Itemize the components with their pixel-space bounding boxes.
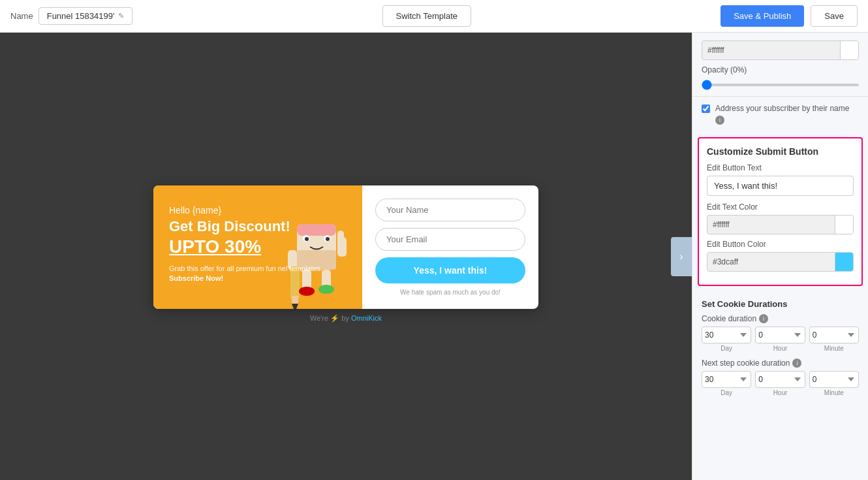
next-step-day-label: Day xyxy=(721,389,732,396)
button-color-hex-input[interactable] xyxy=(707,254,835,270)
next-step-day-wrap: 30 1 7 60 Day xyxy=(702,371,751,396)
cookie-hour-wrap: 0 1 6 12 Hour xyxy=(755,327,805,352)
cookie-day-wrap: 30 1 7 60 Day xyxy=(702,327,751,352)
cookie-minute-select[interactable]: 0 15 30 45 xyxy=(809,327,859,344)
customize-title: Customize Submit Button xyxy=(707,146,854,157)
popup-right: Yess, I want this! We hate spam as much … xyxy=(362,185,538,309)
next-step-day-select[interactable]: 30 1 7 60 xyxy=(702,371,751,388)
popup-subscribe: Subscribe Now! xyxy=(169,274,223,282)
next-step-dropdowns: 30 1 7 60 Day 0 1 6 12 Hour xyxy=(702,371,859,396)
switch-template-button[interactable]: Switch Template xyxy=(382,5,471,27)
popup-desc: Grab this offer for all premium fun nel … xyxy=(169,264,347,284)
cookie-hour-label: Hour xyxy=(773,345,788,352)
color-hex-input[interactable] xyxy=(702,42,840,58)
popup-hello: Hello {name} xyxy=(169,205,347,216)
opacity-slider[interactable] xyxy=(702,84,859,86)
cookie-section: Set Cookie Durations Cookie duration i 3… xyxy=(692,291,868,407)
topbar-right: Save & Publish Save xyxy=(721,5,858,27)
email-input[interactable] xyxy=(375,228,525,251)
text-color-row xyxy=(707,215,854,234)
cookie-day-select[interactable]: 30 1 7 60 xyxy=(702,327,751,344)
cookie-duration-label: Cookie duration i xyxy=(702,314,859,323)
cookie-info-icon[interactable]: i xyxy=(759,314,768,323)
name-label: Name xyxy=(10,11,33,21)
cookie-minute-wrap: 0 15 30 45 Minute xyxy=(809,327,859,352)
next-arrow-button[interactable]: › xyxy=(671,237,692,276)
popup-left: Hello {name} Get Big Discount! UPTO 30% … xyxy=(153,185,362,309)
text-color-input-wrap xyxy=(707,215,854,234)
opacity-label: Opacity (0%) xyxy=(702,65,859,74)
subscriber-info-icon[interactable]: i xyxy=(715,116,724,125)
subscriber-row: Address your subscriber by their name i xyxy=(692,97,868,132)
next-step-minute-wrap: 0 15 30 45 Minute xyxy=(809,371,859,396)
funnel-name-button[interactable]: Funnel 15834199' ✎ xyxy=(39,7,133,25)
edit-icon: ✎ xyxy=(118,12,124,20)
canvas-area: Hello {name} Get Big Discount! UPTO 30% … xyxy=(0,33,692,480)
color-swatch-white[interactable] xyxy=(840,41,858,59)
next-step-hour-wrap: 0 1 6 12 Hour xyxy=(755,371,805,396)
cookie-section-title: Set Cookie Durations xyxy=(702,299,859,309)
customize-submit-section: Customize Submit Button Edit Button Text… xyxy=(698,137,863,286)
main-area: Hello {name} Get Big Discount! UPTO 30% … xyxy=(0,33,868,480)
color-input-wrap xyxy=(702,40,859,60)
text-color-hex-input[interactable] xyxy=(707,217,835,232)
color-row xyxy=(702,40,859,60)
topbar-left: Name Funnel 15834199' ✎ xyxy=(10,7,132,25)
save-button[interactable]: Save xyxy=(811,5,858,27)
name-input[interactable] xyxy=(375,199,525,221)
funnel-name-text: Funnel 15834199' xyxy=(47,11,115,21)
svg-marker-12 xyxy=(292,304,298,309)
cookie-minute-label: Minute xyxy=(824,345,844,352)
button-text-input[interactable] xyxy=(707,176,854,196)
popup-title: Get Big Discount! xyxy=(169,218,347,235)
save-publish-button[interactable]: Save & Publish xyxy=(721,5,804,27)
topbar-center: Switch Template xyxy=(382,5,471,27)
popup-inner: Hello {name} Get Big Discount! UPTO 30% … xyxy=(153,185,538,309)
text-color-swatch[interactable] xyxy=(835,216,853,234)
popup-footer: We're ⚡ by OmniKick xyxy=(305,309,387,328)
next-step-hour-label: Hour xyxy=(773,389,788,396)
edit-button-color-label: Edit Button Color xyxy=(707,240,854,249)
next-step-minute-select[interactable]: 0 15 30 45 xyxy=(809,371,859,388)
color-section: Opacity (0%) xyxy=(692,33,868,97)
cookie-dropdowns: 30 1 7 60 Day 0 1 6 12 Hour xyxy=(702,327,859,352)
subscriber-checkbox[interactable] xyxy=(702,104,710,113)
svg-point-15 xyxy=(299,287,315,296)
svg-point-16 xyxy=(318,285,334,294)
popup-spam-text: We hate spam as much as you do! xyxy=(400,289,501,296)
footer-text: We're ⚡ by OmniKick xyxy=(310,314,382,322)
subscriber-label: Address your subscriber by their name i xyxy=(715,103,859,125)
popup-submit-button[interactable]: Yess, I want this! xyxy=(375,257,525,283)
topbar: Name Funnel 15834199' ✎ Switch Template … xyxy=(0,0,868,33)
next-step-info-icon[interactable]: i xyxy=(792,359,801,368)
next-step-minute-label: Minute xyxy=(824,389,844,396)
svg-rect-11 xyxy=(292,296,298,304)
omnikick-link[interactable]: OmniKick xyxy=(351,314,382,322)
popup-left-content: Hello {name} Get Big Discount! UPTO 30% … xyxy=(169,205,347,284)
next-step-hour-select[interactable]: 0 1 6 12 xyxy=(755,371,805,388)
button-color-row xyxy=(707,252,854,272)
cookie-day-label: Day xyxy=(721,345,732,352)
popup-card: Hello {name} Get Big Discount! UPTO 30% … xyxy=(153,185,538,309)
chevron-right-icon: › xyxy=(679,251,683,263)
popup-upto: UPTO 30% xyxy=(169,236,347,257)
right-panel: Opacity (0%) Address your subscriber by … xyxy=(692,33,868,480)
button-color-input-wrap xyxy=(707,252,854,272)
edit-text-color-label: Edit Text Color xyxy=(707,202,854,212)
edit-button-text-label: Edit Button Text xyxy=(707,163,854,172)
next-step-cookie-label: Next step cookie duration i xyxy=(702,359,859,368)
cookie-hour-select[interactable]: 0 1 6 12 xyxy=(755,327,805,344)
button-color-swatch[interactable] xyxy=(835,253,853,271)
